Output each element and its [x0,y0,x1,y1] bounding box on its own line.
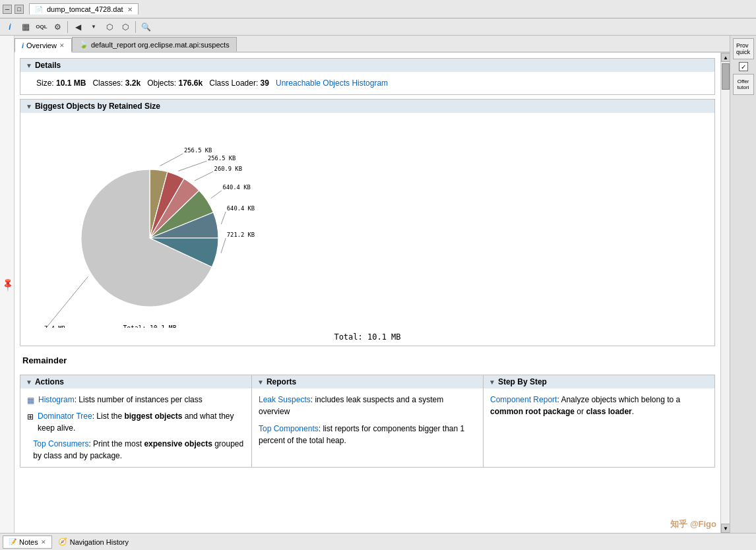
report-tab-icon: 🍃 [79,40,88,49]
classloader-value: 39 [261,78,269,88]
step-by-step-header[interactable]: ▼ Step By Step [484,375,714,388]
pie-label-text-3: 260.9 KB [214,166,242,172]
details-bar: Size: 10.1 MB Classes: 3.2k Objects: 176… [28,76,707,90]
tab-report[interactable]: 🍃 default_report org.eclipse.mat.api:sus… [72,37,237,51]
leak-suspects-link[interactable]: Leak Suspects [259,395,311,404]
export-icon: ⬡ [106,22,113,32]
file-tab[interactable]: 📄 dump_tomcat_4728.dat ✕ [29,3,139,15]
objects-value: 176.6k [179,78,203,88]
overview-tab-icon: i [22,42,24,49]
unreachable-objects-link[interactable]: Unreachable Objects Histogram [276,78,388,88]
pie-label-line-4 [211,191,222,199]
minimize-button[interactable]: ─ [3,5,12,14]
histogram-button[interactable]: ▦ [18,20,33,34]
size-label: Size: [36,78,54,88]
pie-chart: 256.5 KB256.5 KB260.9 KB640.4 KB640.4 KB… [28,117,292,328]
overview-tab-label: Overview [26,42,57,49]
tab-overview[interactable]: i Overview ✕ [15,38,72,53]
nav-history-icon: 🧭 [58,537,67,546]
pie-label-line-2 [178,161,206,171]
reports-triangle-icon: ▼ [257,379,264,386]
pin-icon[interactable]: 📌 [0,276,15,291]
chart-content: 256.5 KB256.5 KB260.9 KB640.4 KB640.4 KB… [20,113,714,346]
overview-tab-close[interactable]: ✕ [59,42,65,49]
pie-label-line-1 [160,154,183,166]
file-tab-close[interactable]: ✕ [127,6,133,13]
notes-icon: 📝 [9,538,16,545]
nav-history-tab[interactable]: 🧭 Navigation History [52,535,135,549]
actions-triangle-icon: ▼ [26,379,32,386]
chart-triangle-icon: ▼ [26,103,32,110]
classes-value: 3.2k [125,78,141,88]
actions-section: ▼ Actions ▦ Histogram: Lists number of i… [20,375,252,468]
reports-item-1: Leak Suspects: includes leak suspects an… [259,394,476,417]
dominator-icon: ⊞ [27,411,34,434]
histogram-icon: ▦ [22,22,30,32]
forward-button[interactable]: ⬡ [102,20,117,34]
top-components-link[interactable]: Top Components [259,424,319,433]
actions-item-2-text: Dominator Tree: List the biggest objects… [38,410,245,434]
chart-header[interactable]: ▼ Biggest Objects by Retained Size [20,100,714,113]
actions-item-3-text: Top Consumers: Print the most expensive … [33,438,245,462]
pie-label-line-7 [43,277,88,328]
top-consumers-link[interactable]: Top Consumers [33,439,88,448]
back-button[interactable]: ◀ [71,20,85,34]
scroll-up-button[interactable]: ▲ [721,53,730,62]
dropdown-button[interactable]: ▼ [86,20,101,34]
search-button[interactable]: 🔍 [139,20,153,34]
chart-total-svg: Total: 10.1 MB [123,324,177,328]
actions-header[interactable]: ▼ Actions [20,375,251,388]
bottom-sections: ▼ Actions ▦ Histogram: Lists number of i… [20,375,715,468]
details-content: Size: 10.1 MB Classes: 3.2k Objects: 176… [20,72,714,94]
pie-label-line-5 [221,212,226,224]
right-panel-btn-1[interactable]: Provquick [733,38,754,59]
reopen-button[interactable]: ⚙ [50,20,65,34]
dominator-tree-link[interactable]: Dominator Tree [38,412,92,421]
scrollbar[interactable]: ▲ ▼ [720,53,730,533]
actions-item-3: Top Consumers: Print the most expensive … [27,438,245,462]
actions-title: Actions [35,377,64,386]
component-report-link[interactable]: Component Report [490,395,557,404]
export-button[interactable]: ⬡ [118,20,133,34]
scroll-track: ▲ ▼ [721,53,730,533]
left-gutter: 📌 [0,36,15,533]
actions-item-2: ⊞ Dominator Tree: List the biggest objec… [27,410,245,434]
scroll-thumb[interactable] [722,63,730,90]
toolbar-separator-2 [135,21,136,33]
notes-tab-close[interactable]: ✕ [41,539,46,545]
export2-icon: ⬡ [122,22,129,32]
reopen-icon: ⚙ [54,22,61,32]
reports-title: Reports [267,377,296,386]
details-header[interactable]: ▼ Details [20,59,714,72]
nav-history-label: Navigation History [70,538,129,546]
pie-label-text-2: 256.5 KB [208,155,236,162]
file-icon: 📄 [35,6,43,13]
actions-item-1-text: Histogram: Lists number of instances per… [38,394,203,406]
window-controls[interactable]: ─ □ [3,5,24,14]
actions-content: ▦ Histogram: Lists number of instances p… [20,388,251,467]
histogram-bar-icon: ▦ [27,394,34,406]
info-button[interactable]: i [3,20,17,34]
right-panel-checkbox[interactable]: ✓ [739,62,748,71]
content-area: ▼ Details Size: 10.1 MB Classes: 3.2k Ob… [15,53,720,533]
reports-header[interactable]: ▼ Reports [252,375,483,388]
reports-content: Leak Suspects: includes leak suspects an… [252,388,483,452]
histogram-link[interactable]: Histogram [38,395,75,404]
pie-label-line-6 [221,238,226,253]
search-icon: 🔍 [141,22,151,32]
scroll-down-button[interactable]: ▼ [721,524,730,533]
pie-label-text-4: 640.4 KB [222,184,250,191]
title-bar: ─ □ 📄 dump_tomcat_4728.dat ✕ [0,0,756,18]
content-tabs: i Overview ✕ 🍃 default_report org.eclips… [15,36,730,53]
step-by-step-triangle-icon: ▼ [489,379,495,386]
step-by-step-item-1: Component Report: Analyze objects which … [490,394,708,417]
maximize-button[interactable]: □ [15,5,24,14]
details-triangle-icon: ▼ [26,62,32,69]
notes-tab[interactable]: 📝 Notes ✕ [3,535,52,549]
pie-label-text-7: 7.4 MB [44,325,65,328]
oql-button[interactable]: OQL [34,20,49,34]
classloader-label: Class Loader: [209,78,258,88]
file-tab-label: dump_tomcat_4728.dat [47,5,123,13]
right-panel-btn-2[interactable]: Offertutori [733,74,754,95]
reports-section: ▼ Reports Leak Suspects: includes leak s… [252,375,484,468]
